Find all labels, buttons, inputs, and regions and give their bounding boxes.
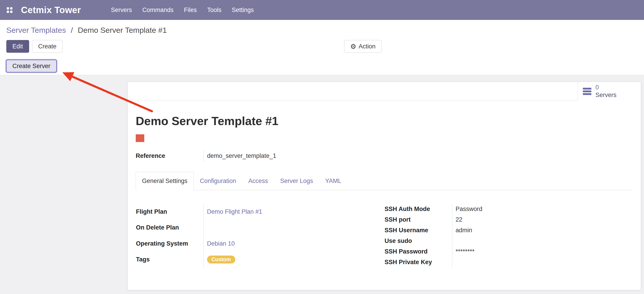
reference-field-row: Reference demo_server_template_1: [136, 150, 633, 162]
main-menu: Servers Commands Files Tools Settings: [106, 0, 259, 20]
tab-general-settings[interactable]: General Settings: [136, 172, 194, 190]
breadcrumb: Server Templates / Demo Server Template …: [6, 26, 638, 35]
field-label: SSH Username: [384, 225, 452, 236]
field-value: [204, 220, 370, 236]
servers-icon: [583, 88, 592, 95]
field-label: Use sudo: [384, 236, 452, 246]
field-label: Flight Plan: [136, 204, 204, 220]
field-group-right: SSH Auth Mode Password SSH port 22 SSH U…: [384, 204, 633, 267]
field-row-ssh-port: SSH port 22: [384, 214, 633, 225]
field-label: Operating System: [136, 236, 204, 252]
top-navbar: Cetmix Tower Servers Commands Files Tool…: [0, 0, 644, 20]
tab-server-logs[interactable]: Server Logs: [274, 172, 319, 190]
nav-item-settings[interactable]: Settings: [226, 0, 259, 20]
nav-item-commands[interactable]: Commands: [137, 0, 178, 20]
field-row-ssh-private-key: SSH Private Key: [384, 257, 633, 267]
field-value: admin: [452, 225, 633, 236]
flight-plan-link[interactable]: Demo Flight Plan #1: [207, 208, 262, 215]
apps-menu-icon[interactable]: [7, 7, 12, 13]
breadcrumb-separator: /: [71, 26, 73, 34]
servers-label: Servers: [596, 91, 616, 99]
field-label: On Delete Plan: [136, 220, 204, 236]
nav-item-tools[interactable]: Tools: [202, 0, 226, 20]
field-value: [452, 257, 633, 267]
field-row-operating-system: Operating System Debian 10: [136, 236, 370, 252]
field-row-on-delete-plan: On Delete Plan: [136, 220, 370, 236]
control-panel: Server Templates / Demo Server Template …: [0, 20, 644, 53]
stat-button-box: 0 Servers: [128, 82, 641, 101]
reference-label: Reference: [136, 150, 204, 162]
control-panel-buttons: Edit Create ⚙ Action: [6, 40, 638, 53]
sheet-body: Demo Server Template #1 Reference demo_s…: [128, 114, 641, 267]
form-sheet: 0 Servers Demo Server Template #1 Refere…: [127, 82, 641, 290]
field-row-ssh-password: SSH Password ********: [384, 246, 633, 257]
field-label: SSH Private Key: [384, 257, 452, 267]
field-value: ********: [452, 246, 633, 257]
create-button[interactable]: Create: [32, 40, 62, 53]
field-row-ssh-username: SSH Username admin: [384, 225, 633, 236]
nav-item-files[interactable]: Files: [178, 0, 202, 20]
gear-icon: ⚙: [350, 43, 356, 50]
tab-access[interactable]: Access: [242, 172, 274, 190]
edit-button[interactable]: Edit: [6, 40, 29, 53]
notebook-tabs: General Settings Configuration Access Se…: [136, 172, 633, 190]
field-row-use-sudo: Use sudo: [384, 236, 633, 246]
servers-stat-button[interactable]: 0 Servers: [578, 82, 641, 101]
record-title: Demo Server Template #1: [136, 114, 633, 128]
field-row-flight-plan: Flight Plan Demo Flight Plan #1: [136, 204, 370, 220]
reference-value: demo_server_template_1: [204, 150, 276, 162]
action-button-label: Action: [358, 43, 376, 50]
form-header-bar: Create Server: [0, 53, 644, 75]
brand-title[interactable]: Cetmix Tower: [21, 5, 81, 15]
field-groups: Flight Plan Demo Flight Plan #1 On Delet…: [136, 204, 633, 267]
field-value: Password: [452, 204, 633, 214]
content-area: 0 Servers Demo Server Template #1 Refere…: [0, 75, 644, 294]
field-label: SSH Password: [384, 246, 452, 257]
field-value: 22: [452, 214, 633, 225]
field-label: Tags: [136, 251, 204, 267]
field-value: [452, 236, 633, 246]
action-button[interactable]: ⚙ Action: [344, 40, 382, 53]
field-label: SSH port: [384, 214, 452, 225]
servers-count: 0: [596, 84, 616, 91]
field-row-ssh-auth-mode: SSH Auth Mode Password: [384, 204, 633, 214]
operating-system-link[interactable]: Debian 10: [207, 240, 235, 247]
nav-item-servers[interactable]: Servers: [106, 0, 137, 20]
tag-badge: Custom: [207, 255, 236, 263]
breadcrumb-parent-link[interactable]: Server Templates: [6, 26, 66, 34]
field-label: SSH Auth Mode: [384, 204, 452, 214]
field-row-tags: Tags Custom: [136, 251, 370, 267]
field-group-left: Flight Plan Demo Flight Plan #1 On Delet…: [136, 204, 370, 267]
color-swatch: [136, 134, 144, 142]
tab-configuration[interactable]: Configuration: [194, 172, 242, 190]
breadcrumb-current: Demo Server Template #1: [78, 26, 167, 34]
create-server-button[interactable]: Create Server: [6, 60, 57, 73]
tab-yaml[interactable]: YAML: [319, 172, 348, 190]
